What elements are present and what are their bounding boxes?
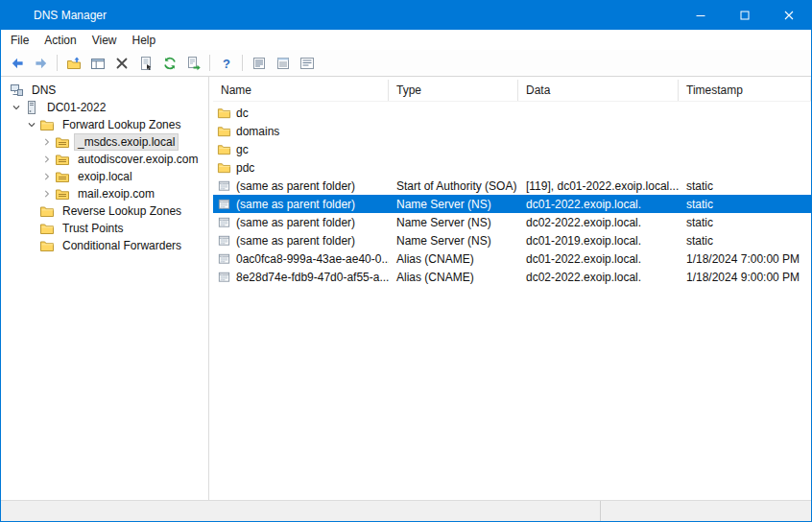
help-button[interactable]: ? <box>215 52 237 74</box>
show-hide-tree-button[interactable] <box>86 52 108 74</box>
list-row[interactable]: (same as parent folder)Name Server (NS)d… <box>213 195 811 213</box>
zone-icon <box>55 152 70 167</box>
expander-spacer <box>24 203 39 219</box>
list-row[interactable]: (same as parent folder)Start of Authorit… <box>213 177 811 195</box>
tree-item-trust-points[interactable]: Trust Points <box>1 220 208 237</box>
records-list-pane: NameTypeDataTimestamp dcdomainsgcpdc(sam… <box>213 77 811 500</box>
cell-name: 0ac0fca8-999a-43ae-ae40-0... <box>213 251 389 266</box>
list-row[interactable]: 8e28d74e-fdb9-47d0-af55-a...Alias (CNAME… <box>213 268 811 286</box>
record-list-button-2[interactable] <box>272 52 294 74</box>
cell-type: Name Server (NS) <box>389 216 518 229</box>
dns-manager-window: DNS Manager FileActionViewHelp ? DNSDC01… <box>0 0 812 522</box>
chevron-expanded-icon[interactable] <box>9 100 24 115</box>
list-row[interactable]: (same as parent folder)Name Server (NS)d… <box>213 231 811 249</box>
chevron-collapsed-icon[interactable] <box>39 134 55 150</box>
back-button[interactable] <box>6 52 28 74</box>
tree-item-mail-exoip-com[interactable]: mail.exoip.com <box>1 185 208 202</box>
folder-icon <box>217 142 231 156</box>
tree-item-label: DNS <box>28 82 60 99</box>
cell-name: (same as parent folder) <box>213 178 389 193</box>
record-list-button-1[interactable] <box>248 52 270 74</box>
tree-item-autodiscover-exoip-com[interactable]: autodiscover.exoip.com <box>1 151 208 168</box>
list-header-icon <box>275 56 291 71</box>
minimize-button[interactable] <box>679 1 723 30</box>
toolbar-separator <box>209 55 210 71</box>
tree-item-exoip-local[interactable]: exoip.local <box>1 168 208 185</box>
cell-timestamp: static <box>679 179 811 193</box>
titlebar: DNS Manager <box>1 1 811 30</box>
record-icon <box>217 233 231 248</box>
record-icon <box>217 215 231 229</box>
column-header-timestamp[interactable]: Timestamp <box>679 80 811 101</box>
cell-type: Name Server (NS) <box>389 234 518 248</box>
delete-button[interactable] <box>110 52 132 74</box>
zone-icon <box>55 186 70 202</box>
up-level-button[interactable] <box>62 52 84 74</box>
close-icon <box>781 8 797 23</box>
cell-name: gc <box>213 142 389 156</box>
folder-icon <box>217 124 231 138</box>
record-icon <box>217 178 231 193</box>
tree-item-forward-lookup-zones[interactable]: Forward Lookup Zones <box>1 116 208 133</box>
list-row[interactable]: pdc <box>213 158 811 177</box>
close-button[interactable] <box>767 1 811 30</box>
cell-data: dc01-2022.exoip.local. <box>518 198 679 211</box>
tree-item-label: mail.exoip.com <box>74 185 158 202</box>
tree-item-label: Reverse Lookup Zones <box>59 202 185 220</box>
tree-item-msdcs-exoip-local[interactable]: _msdcs.exoip.local <box>1 133 208 151</box>
expander-spacer <box>24 238 39 253</box>
list-row[interactable]: domains <box>213 122 811 140</box>
tree-item-label: autodiscover.exoip.com <box>74 151 202 168</box>
maximize-button[interactable] <box>723 1 767 30</box>
properties-button[interactable] <box>134 52 156 74</box>
column-header-type[interactable]: Type <box>389 80 518 101</box>
toolbar: ? <box>1 50 811 77</box>
tree-item-dc01-2022[interactable]: DC01-2022 <box>1 99 208 116</box>
list-row[interactable]: gc <box>213 140 811 158</box>
statusbar-right <box>601 501 811 521</box>
menu-view[interactable]: View <box>84 31 125 50</box>
chevron-collapsed-icon[interactable] <box>39 152 55 167</box>
refresh-button[interactable] <box>158 52 180 74</box>
main-area: DNSDC01-2022Forward Lookup Zones_msdcs.e… <box>1 77 811 500</box>
cell-name: 8e28d74e-fdb9-47d0-af55-a... <box>213 270 389 284</box>
console-panes-icon <box>90 56 106 71</box>
cell-name: domains <box>213 124 389 138</box>
list-row[interactable]: (same as parent folder)Name Server (NS)d… <box>213 213 811 231</box>
tree-item-dns[interactable]: DNS <box>1 82 208 99</box>
chevron-collapsed-icon[interactable] <box>39 186 55 202</box>
menu-file[interactable]: File <box>3 31 36 50</box>
record-name: (same as parent folder) <box>236 198 355 211</box>
column-header-name[interactable]: Name <box>213 80 389 101</box>
properties-icon <box>138 56 154 71</box>
export-list-button[interactable] <box>182 52 204 74</box>
window-title: DNS Manager <box>34 9 107 22</box>
expander-spacer <box>24 221 39 236</box>
menu-action[interactable]: Action <box>36 31 84 50</box>
record-icon <box>217 197 231 211</box>
chevron-collapsed-icon[interactable] <box>39 169 55 184</box>
list-row[interactable]: 0ac0fca8-999a-43ae-ae40-0...Alias (CNAME… <box>213 249 811 268</box>
statusbar <box>1 500 811 521</box>
record-name: (same as parent folder) <box>236 216 355 229</box>
cell-type: Alias (CNAME) <box>389 271 518 284</box>
list-window-icon <box>299 56 315 71</box>
menu-help[interactable]: Help <box>125 31 164 50</box>
console-tree: DNSDC01-2022Forward Lookup Zones_msdcs.e… <box>1 77 209 500</box>
forward-button[interactable] <box>30 52 52 74</box>
record-icon <box>217 270 231 284</box>
tree-item-label: DC01-2022 <box>43 99 109 116</box>
folder-icon <box>39 221 55 236</box>
list-row[interactable]: dc <box>213 104 811 122</box>
tree-item-label: Forward Lookup Zones <box>59 116 184 133</box>
column-header-data[interactable]: Data <box>518 80 679 101</box>
cell-timestamp: static <box>679 216 811 229</box>
cell-name: (same as parent folder) <box>213 197 389 211</box>
tree-item-conditional-forwarders[interactable]: Conditional Forwarders <box>1 237 208 254</box>
server-icon <box>24 100 39 115</box>
chevron-expanded-icon[interactable] <box>24 117 39 132</box>
tree-item-reverse-lookup-zones[interactable]: Reverse Lookup Zones <box>1 202 208 220</box>
record-list-button-3[interactable] <box>296 52 318 74</box>
cell-data: dc01-2019.exoip.local. <box>518 234 679 248</box>
window-controls <box>679 1 811 30</box>
